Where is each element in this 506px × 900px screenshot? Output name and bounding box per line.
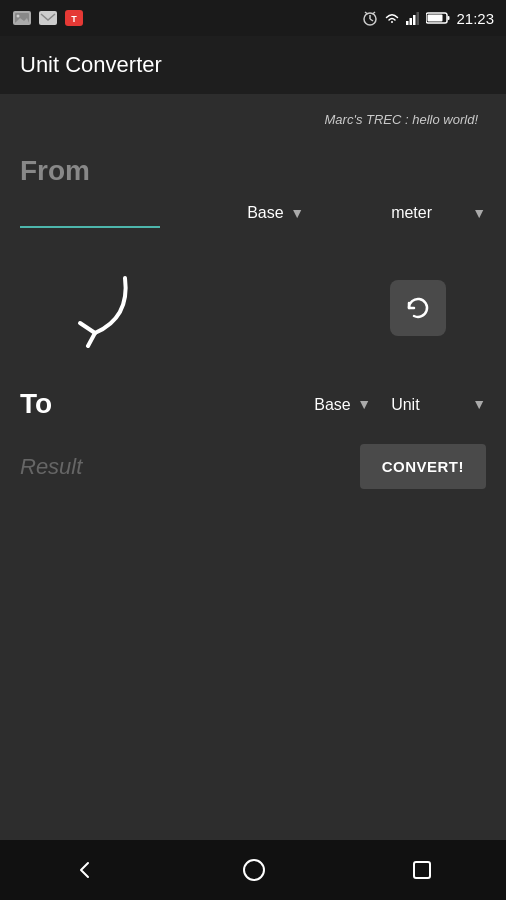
svg-rect-14 [417, 12, 420, 25]
svg-rect-3 [39, 11, 57, 25]
to-unit-dropdown-group: Unit meter kilometer centimeter millimet… [391, 396, 486, 413]
svg-line-9 [365, 12, 368, 14]
app-header: Unit Converter [0, 36, 506, 94]
subtitle-text: Marc's TREC : hello world! [325, 112, 478, 127]
from-unit-dropdown-group: meter kilometer centimeter millimeter fo… [391, 204, 486, 221]
to-base-select[interactable]: Base [314, 396, 355, 413]
subtitle-row: Marc's TREC : hello world! [20, 94, 486, 135]
to-row: To Base ▼ Unit meter kilometer centimete… [20, 388, 486, 420]
to-base-arrow-icon: ▼ [357, 396, 371, 412]
alarm-icon [362, 10, 378, 26]
to-unit-arrow-icon: ▼ [472, 396, 486, 412]
status-right: 21:23 [362, 10, 494, 27]
from-base-arrow-icon: ▼ [290, 205, 304, 221]
recents-nav-button[interactable] [411, 859, 433, 881]
from-unit-select[interactable]: meter kilometer centimeter millimeter fo… [391, 204, 470, 221]
to-label: To [20, 388, 52, 420]
svg-rect-17 [448, 16, 450, 20]
status-bar: T 21:23 [0, 0, 506, 36]
svg-line-8 [370, 19, 373, 21]
signal-icon [406, 11, 420, 25]
svg-text:T: T [71, 14, 77, 24]
app-title: Unit Converter [20, 52, 162, 78]
curved-arrow-icon [60, 268, 140, 348]
svg-rect-19 [414, 862, 430, 878]
svg-rect-12 [410, 18, 413, 25]
battery-icon [426, 11, 450, 25]
svg-rect-16 [428, 15, 443, 22]
back-nav-button[interactable] [73, 858, 97, 882]
svg-line-10 [373, 12, 376, 14]
home-nav-button[interactable] [242, 858, 266, 882]
refresh-icon [405, 295, 431, 321]
time-display: 21:23 [456, 10, 494, 27]
from-unit-arrow-icon: ▼ [472, 205, 486, 221]
convert-button[interactable]: CONVERT! [360, 444, 486, 489]
to-base-dropdown-group: Base ▼ [314, 396, 371, 413]
from-base-select[interactable]: Base [247, 204, 288, 221]
from-input[interactable] [20, 197, 160, 228]
recents-square-icon [411, 859, 433, 881]
home-circle-icon [242, 858, 266, 882]
back-icon [73, 858, 97, 882]
svg-rect-11 [406, 21, 409, 25]
wifi-icon [384, 11, 400, 25]
main-content: Marc's TREC : hello world! From Base ▼ m… [0, 94, 506, 840]
refresh-button[interactable] [390, 280, 446, 336]
bottom-nav [0, 840, 506, 900]
swap-section [20, 238, 486, 378]
from-row: Base ▼ meter kilometer centimeter millim… [20, 197, 486, 228]
result-row: Result CONVERT! [20, 444, 486, 489]
gmail-icon [38, 10, 58, 26]
svg-point-2 [17, 15, 20, 18]
to-unit-select[interactable]: Unit meter kilometer centimeter millimet… [391, 396, 470, 413]
from-base-dropdown-group: Base ▼ [247, 204, 304, 221]
from-label: From [20, 155, 486, 187]
app-icon: T [64, 10, 84, 26]
result-label: Result [20, 454, 82, 480]
svg-point-18 [244, 860, 264, 880]
status-icons: T [12, 10, 84, 26]
image-icon [12, 10, 32, 26]
svg-rect-13 [413, 15, 416, 25]
